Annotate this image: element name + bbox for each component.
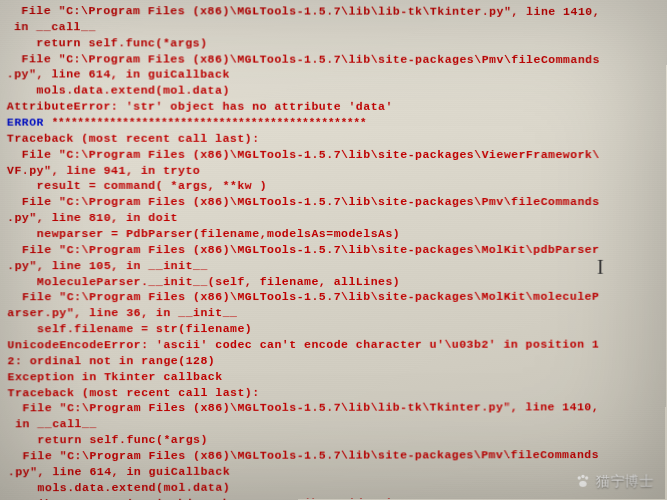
console-line: .py", line 810, in doit xyxy=(7,210,658,226)
console-line: UnicodeEncodeError: 'ascii' codec can't … xyxy=(7,337,657,354)
console-line: File "C:\Program Files (x86)\MGLTools-1.… xyxy=(8,447,658,464)
console-line: in __call__ xyxy=(8,416,658,433)
console-line: return self.func(*args) xyxy=(8,431,658,448)
console-line: File "C:\Program Files (x86)\MGLTools-1.… xyxy=(7,146,658,162)
console-line: File "C:\Program Files (x86)\MGLTools-1.… xyxy=(7,51,659,68)
svg-point-2 xyxy=(585,477,588,480)
console-line: .py", line 105, in __init__ xyxy=(7,258,658,274)
console-line: ERROR **********************************… xyxy=(7,115,659,131)
console-line: .py", line 614, in guiCallback xyxy=(8,463,658,480)
console-line: AttributeError: 'str' object has no attr… xyxy=(8,494,658,500)
console-line: File "C:\Program Files (x86)\MGLTools-1.… xyxy=(8,400,658,417)
svg-point-0 xyxy=(578,477,581,480)
console-line: Exception in Tkinter callback xyxy=(7,368,657,385)
svg-point-1 xyxy=(581,475,584,478)
console-output: File "C:\Program Files (x86)\MGLTools-1.… xyxy=(6,3,658,500)
svg-point-3 xyxy=(579,481,586,487)
console-line: return self.func(*args) xyxy=(7,35,659,52)
console-line: Traceback (most recent call last): xyxy=(7,131,659,147)
console-line: mols.data.extend(mol.data) xyxy=(7,83,659,100)
watermark: 猫宁博士 xyxy=(574,472,653,491)
console-line: File "C:\Program Files (x86)\MGLTools-1.… xyxy=(6,3,658,20)
console-line: in __call__ xyxy=(6,19,658,36)
error-separator: ****************************************… xyxy=(51,116,366,129)
console-line: MoleculeParser.__init__(self, filename, … xyxy=(7,273,658,289)
console-line: File "C:\Program Files (x86)\MGLTools-1.… xyxy=(7,289,658,305)
console-line: mols.data.extend(mol.data) xyxy=(8,479,658,496)
console-line: File "C:\Program Files (x86)\MGLTools-1.… xyxy=(7,194,658,210)
console-line: AttributeError: 'str' object has no attr… xyxy=(7,99,659,116)
console-line: 2: ordinal not in range(128) xyxy=(7,352,657,369)
console-line: arser.py", line 36, in __init__ xyxy=(7,305,658,321)
console-line: File "C:\Program Files (x86)\MGLTools-1.… xyxy=(7,242,658,258)
console-line: self.filename = str(filename) xyxy=(7,321,658,337)
console-line: newparser = PdbParser(filename,modelsAs=… xyxy=(7,226,658,242)
error-label: ERROR xyxy=(7,116,52,129)
console-line: VF.py", line 941, in tryto xyxy=(7,162,658,178)
watermark-label: 猫宁博士 xyxy=(596,472,654,491)
console-line: .py", line 614, in guiCallback xyxy=(7,67,659,84)
console-line: Traceback (most recent call last): xyxy=(8,384,658,401)
paw-icon xyxy=(574,472,592,490)
console-line: result = command( *args, **kw ) xyxy=(7,178,658,194)
